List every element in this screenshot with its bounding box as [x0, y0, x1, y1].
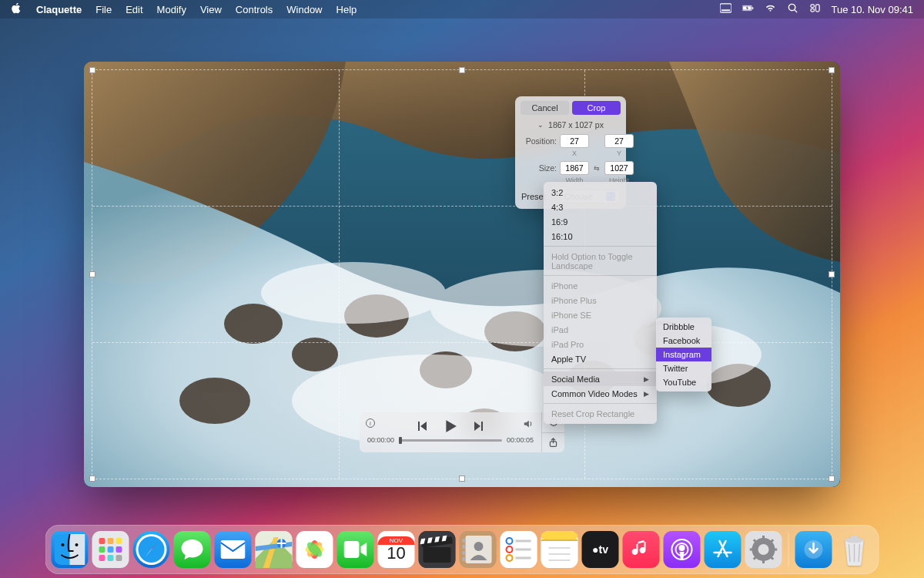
info-icon[interactable]: i [366, 418, 375, 428]
crop-handle-tr[interactable] [829, 67, 835, 73]
svg-line-6 [794, 10, 796, 12]
svg-rect-7 [810, 5, 814, 8]
preset-ipad-pro[interactable]: iPad Pro [544, 337, 657, 351]
preset-3-2[interactable]: 3:2 [544, 185, 657, 200]
menu-view[interactable]: View [200, 4, 222, 15]
menu-help[interactable]: Help [336, 4, 357, 15]
tv-label: tv [599, 543, 608, 556]
dock-reminders[interactable] [500, 531, 537, 568]
svg-rect-60 [463, 557, 466, 561]
submenu-dribbble[interactable]: Dribbble [656, 320, 711, 334]
size-label: Size: [521, 163, 557, 173]
submenu-facebook[interactable]: Facebook [656, 334, 711, 348]
crop-button[interactable]: Crop [572, 101, 621, 115]
preset-iphone-plus[interactable]: iPhone Plus [544, 293, 657, 307]
dock-claquette[interactable] [419, 531, 456, 568]
volume-icon[interactable] [523, 418, 534, 429]
crop-handle-bl[interactable] [89, 476, 95, 482]
player-controls: i 00:00:00 00:00:05 [360, 412, 564, 452]
crop-dimensions-toggle[interactable]: ⌄ 1867 x 1027 px [515, 119, 626, 133]
preset-social-media[interactable]: Social Media▶ [544, 371, 657, 386]
svg-rect-39 [221, 540, 246, 559]
preset-iphone-se[interactable]: iPhone SE [544, 307, 657, 322]
lock-aspect-icon[interactable]: ⇆ [592, 164, 601, 172]
dock-music[interactable] [623, 531, 660, 568]
preset-ipad[interactable]: iPad [544, 322, 657, 337]
crop-handle-b[interactable] [459, 476, 465, 482]
position-y-input[interactable] [604, 134, 634, 148]
dock-mail[interactable] [215, 531, 252, 568]
dock-contacts[interactable] [460, 531, 497, 568]
menu-edit[interactable]: Edit [126, 4, 142, 15]
svg-rect-0 [720, 4, 732, 12]
svg-rect-48 [424, 547, 451, 563]
step-back-button[interactable] [416, 420, 428, 432]
dock-podcasts[interactable] [664, 531, 701, 568]
svg-point-30 [75, 543, 79, 546]
dock-downloads[interactable] [795, 531, 832, 568]
preset-common-video[interactable]: Common Video Modes▶ [544, 386, 657, 401]
social-submenu: Dribbble Facebook Instagram Twitter YouT… [656, 318, 711, 391]
battery-icon[interactable] [742, 2, 754, 16]
svg-rect-9 [810, 8, 814, 12]
height-input[interactable] [604, 161, 634, 175]
svg-point-56 [474, 542, 484, 551]
submenu-instagram[interactable]: Instagram [656, 348, 711, 361]
dock-messages[interactable] [174, 531, 211, 568]
width-input[interactable] [560, 161, 589, 175]
crop-handle-br[interactable] [829, 476, 835, 482]
dock-appstore[interactable] [705, 531, 742, 568]
timeline-slider[interactable] [399, 439, 502, 442]
crop-handle-l[interactable] [89, 271, 95, 277]
menu-file[interactable]: File [95, 4, 112, 15]
preset-16-9[interactable]: 16:9 [544, 214, 657, 229]
control-center-icon[interactable] [809, 2, 821, 16]
svg-rect-1 [721, 9, 729, 11]
spotlight-icon[interactable] [787, 2, 798, 16]
preset-hint: Hold Option to Toggle Landscape [544, 249, 657, 273]
dock-calendar[interactable]: NOV10 [378, 531, 415, 568]
dock-facetime[interactable] [337, 531, 374, 568]
dock-system-prefs[interactable] [745, 531, 782, 568]
svg-rect-4 [752, 7, 753, 9]
menu-window[interactable]: Window [286, 4, 322, 15]
crop-handle-t[interactable] [459, 67, 465, 73]
submenu-youtube[interactable]: YouTube [656, 375, 711, 389]
position-x-input[interactable] [560, 134, 589, 148]
cancel-button[interactable]: Cancel [521, 101, 569, 115]
preset-4-3[interactable]: 4:3 [544, 200, 657, 214]
dock-notes[interactable] [541, 531, 578, 568]
share-button[interactable] [542, 433, 564, 453]
svg-rect-57 [463, 539, 466, 543]
dock-finder[interactable] [52, 531, 89, 568]
step-fwd-button[interactable] [473, 420, 485, 432]
preset-dropdown: 3:2 4:3 16:9 16:10 Hold Option to Toggle… [544, 182, 657, 424]
dock-safari[interactable] [133, 531, 170, 568]
svg-rect-81 [750, 549, 755, 551]
preset-reset[interactable]: Reset Crop Rectangle [544, 406, 657, 421]
crop-handle-r[interactable] [829, 271, 835, 277]
dock-launchpad[interactable] [92, 531, 129, 568]
dock-tv[interactable]: ●tv [582, 531, 619, 568]
menu-modify[interactable]: Modify [157, 4, 186, 15]
play-button[interactable] [444, 419, 457, 433]
svg-rect-8 [815, 5, 819, 12]
chevron-right-icon: ▶ [644, 375, 649, 383]
wifi-icon[interactable] [765, 2, 776, 16]
preset-16-10[interactable]: 16:10 [544, 229, 657, 244]
svg-point-76 [680, 546, 685, 550]
menubar-datetime[interactable]: Tue 10. Nov 09:41 [832, 4, 913, 15]
y-sublabel: Y [604, 150, 634, 157]
menu-app[interactable]: Claquette [36, 4, 82, 15]
crop-handle-tl[interactable] [89, 67, 95, 73]
svg-rect-89 [851, 536, 859, 539]
dock-indicator-icon[interactable] [720, 2, 732, 16]
apple-icon[interactable] [11, 2, 22, 16]
dock-maps[interactable] [256, 531, 293, 568]
menu-controls[interactable]: Controls [236, 4, 273, 15]
preset-iphone[interactable]: iPhone [544, 278, 657, 293]
dock-trash[interactable] [836, 531, 873, 568]
preset-apple-tv[interactable]: Apple TV [544, 351, 657, 366]
dock-photos[interactable] [296, 531, 333, 568]
submenu-twitter[interactable]: Twitter [656, 361, 711, 375]
